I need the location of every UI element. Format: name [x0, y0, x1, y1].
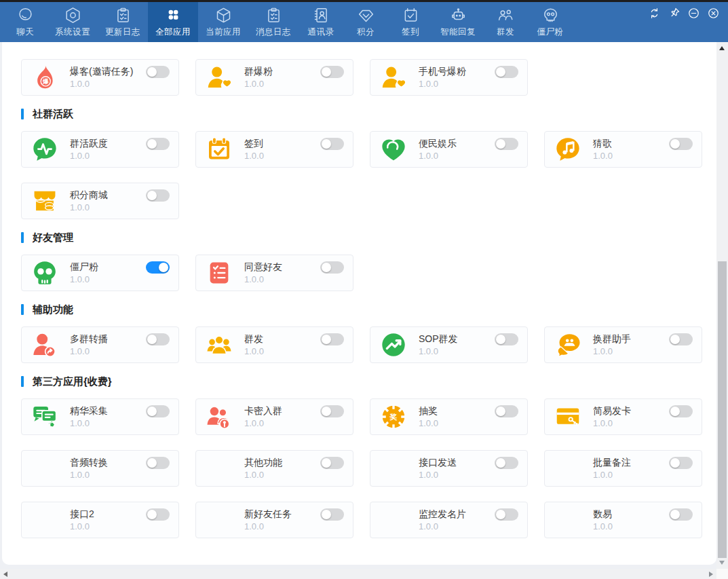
vertical-scrollbar[interactable]	[716, 42, 728, 569]
toolbar-item-label: 签到	[402, 26, 419, 38]
scroll-right-icon[interactable]	[709, 572, 713, 577]
pin-icon[interactable]	[668, 7, 681, 20]
app-version: 1.0.0	[244, 522, 292, 531]
toggle-switch[interactable]	[495, 333, 518, 345]
toggle-switch[interactable]	[146, 405, 170, 417]
toggle-switch[interactable]	[146, 261, 170, 274]
app-card: 爆爆客(邀请任务)1.0.0	[21, 59, 179, 96]
section-header: 辅助功能	[21, 303, 700, 316]
toggle-switch[interactable]	[669, 457, 693, 469]
toolbar-item-all-apps[interactable]: 全部应用	[148, 2, 198, 42]
points-icon	[357, 6, 375, 24]
toolbar-item-points[interactable]: 积分	[343, 2, 388, 42]
toolbar-item-smart-reply[interactable]: 智能回复	[433, 2, 483, 42]
toggle-switch[interactable]	[320, 261, 344, 274]
chat-pulse-icon	[31, 136, 58, 163]
close-icon[interactable]	[707, 7, 720, 20]
app-card: 简易发卡1.0.0	[544, 398, 702, 435]
toolbar-item-label: 全部应用	[155, 26, 191, 38]
toolbar-item-checkin[interactable]: 签到	[388, 2, 433, 42]
toggle-knob	[147, 335, 157, 344]
app-info: 多群转播1.0.0	[70, 334, 108, 356]
toolbar-item-zombie-fans[interactable]: 僵尸粉	[528, 2, 573, 42]
scroll-left-icon[interactable]	[3, 572, 7, 577]
app-card: 监控发名片1.0.0	[370, 502, 528, 538]
toggle-switch[interactable]	[146, 66, 170, 78]
app-card: 积分商城1.0.0	[21, 183, 179, 219]
app-info: 群活跃度1.0.0	[70, 138, 108, 161]
toolbar-item-update-log[interactable]: 更新日志	[98, 2, 148, 42]
toggle-knob	[147, 510, 157, 519]
toggle-switch[interactable]	[495, 457, 518, 469]
toggle-switch[interactable]	[669, 333, 693, 345]
toolbar-item-chat[interactable]: 聊天	[3, 2, 47, 42]
toolbar-item-current-app[interactable]: 当前应用	[198, 2, 248, 42]
app-info: 爆客(邀请任务)1.0.0	[70, 67, 133, 89]
toolbar-item-label: 更新日志	[105, 26, 140, 38]
app-card: 僵尸粉1.0.0	[21, 255, 179, 291]
toggle-switch[interactable]	[320, 457, 344, 469]
app-version: 1.0.0	[70, 347, 108, 356]
toolbar-item-system-settings[interactable]: 系统设置	[47, 2, 98, 42]
toggle-knob	[322, 263, 331, 272]
toggle-switch[interactable]	[146, 457, 170, 469]
no-icon	[31, 506, 58, 534]
app-info: 接口发送1.0.0	[419, 457, 457, 480]
section-accent-bar	[21, 304, 24, 315]
no-icon	[31, 455, 58, 482]
toggle-switch[interactable]	[320, 66, 344, 78]
scroll-up-icon[interactable]	[719, 46, 725, 50]
toggle-switch[interactable]	[320, 508, 344, 521]
app-info: 其他功能1.0.0	[244, 457, 282, 480]
app-name: 猜歌	[593, 138, 613, 149]
app-name: 数易	[593, 509, 613, 519]
toggle-switch[interactable]	[669, 138, 693, 150]
no-icon	[380, 506, 407, 534]
toggle-switch[interactable]	[146, 189, 170, 202]
toggle-switch[interactable]	[146, 508, 170, 521]
app-name: 接口2	[70, 509, 94, 519]
toolbar-item-label: 智能回复	[440, 26, 476, 38]
chat-users-icon	[554, 331, 581, 358]
toggle-knob	[496, 458, 505, 468]
toggle-switch[interactable]	[495, 66, 518, 78]
toggle-switch[interactable]	[320, 138, 344, 150]
app-info: 批量备注1.0.0	[593, 457, 631, 480]
app-name: 换群助手	[593, 334, 631, 344]
toolbar-item-label: 聊天	[16, 26, 34, 38]
app-version: 1.0.0	[419, 151, 457, 161]
app-name: 音频转换	[70, 457, 108, 468]
toggle-switch[interactable]	[146, 333, 170, 345]
app-version: 1.0.0	[70, 470, 108, 480]
toggle-knob	[496, 407, 505, 416]
skull-icon	[31, 259, 58, 286]
toggle-switch[interactable]	[495, 138, 518, 150]
vertical-scrollbar-thumb[interactable]	[718, 261, 727, 558]
app-card: 接口发送1.0.0	[370, 450, 528, 487]
toggle-switch[interactable]	[495, 508, 518, 521]
toggle-switch[interactable]	[146, 138, 170, 150]
app-version: 1.0.0	[244, 79, 273, 89]
section-header: 好友管理	[21, 231, 700, 244]
toggle-switch[interactable]	[495, 405, 518, 417]
content-area: 爆爆客(邀请任务)1.0.0群爆粉1.0.0手机号爆粉1.0.0社群活跃群活跃度…	[0, 42, 716, 569]
horizontal-scrollbar[interactable]	[0, 569, 716, 579]
app-grid: 精华采集1.0.0卡密入群1.0.0奖抽奖1.0.0简易发卡1.0.0音频转换1…	[21, 398, 700, 538]
toggle-switch[interactable]	[669, 508, 693, 521]
toolbar-item-contacts[interactable]: 通讯录	[299, 2, 343, 42]
toggle-switch[interactable]	[320, 405, 344, 417]
minimize-icon[interactable]	[687, 7, 700, 20]
app-name: 僵尸粉	[70, 262, 98, 272]
toggle-knob	[670, 458, 680, 468]
toggle-switch[interactable]	[669, 405, 693, 417]
section-header: 社群活跃	[21, 108, 700, 120]
toolbar-item-mass-send[interactable]: 群发	[483, 2, 528, 42]
scroll-down-icon[interactable]	[719, 561, 725, 565]
toolbar-item-message-log[interactable]: 消息日志	[248, 2, 299, 42]
shop-coins-icon	[31, 187, 58, 214]
refresh-icon[interactable]	[648, 7, 661, 20]
app-grid: 群活跃度1.0.0签到1.0.0便民娱乐1.0.0猜歌1.0.0积分商城1.0.…	[21, 131, 700, 219]
app-name: 爆客(邀请任务)	[70, 67, 133, 77]
app-info: 猜歌1.0.0	[593, 138, 613, 161]
toggle-switch[interactable]	[320, 333, 344, 345]
